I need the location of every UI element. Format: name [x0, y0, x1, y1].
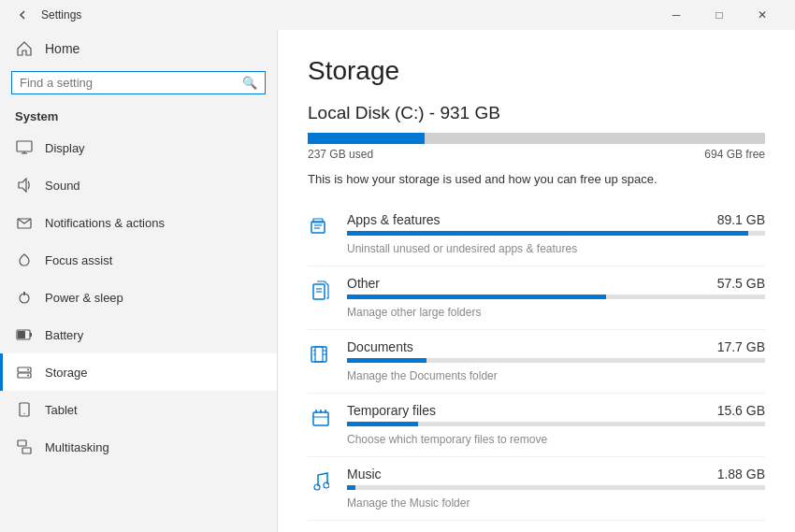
svg-marker-3 [19, 179, 26, 192]
music-content: Music 1.88 GB Manage the Music folder [347, 467, 765, 510]
sidebar-item-power[interactable]: Power & sleep [0, 279, 277, 316]
temp-bar [347, 422, 765, 426]
temp-header: Temporary files 15.6 GB [347, 403, 765, 418]
apps-header: Apps & features 89.1 GB [347, 212, 765, 227]
storage-bar-used [308, 133, 425, 144]
sidebar-item-battery[interactable]: Battery [0, 316, 277, 353]
music-bar [347, 485, 765, 490]
search-input[interactable] [20, 76, 237, 90]
apps-bar-fill [347, 231, 748, 236]
page-title: Storage [308, 56, 765, 86]
titlebar-title: Settings [41, 8, 655, 22]
sidebar-item-notifications[interactable]: Notifications & actions [0, 204, 277, 241]
storage-description: This is how your storage is used and how… [308, 172, 765, 186]
other-bar [347, 295, 765, 299]
svg-point-12 [27, 369, 29, 371]
documents-bar-fill [347, 358, 426, 363]
svg-rect-16 [18, 440, 26, 446]
show-more-link[interactable]: Show more categories [308, 521, 428, 532]
music-icon [308, 468, 334, 495]
minimize-button[interactable]: ─ [655, 0, 698, 30]
disk-title: Local Disk (C:) - 931 GB [308, 103, 765, 123]
music-desc: Manage the Music folder [347, 496, 470, 510]
sidebar: Home 🔍 System Display Sound Notific [0, 30, 277, 532]
sidebar-section-header: System [0, 102, 277, 129]
temp-desc: Choose which temporary files to remove [347, 433, 547, 446]
tablet-label: Tablet [45, 403, 78, 417]
music-bar-fill [347, 485, 355, 490]
documents-content: Documents 17.7 GB Manage the Documents f… [347, 339, 765, 383]
display-label: Display [45, 141, 85, 155]
music-name: Music [347, 467, 382, 482]
search-box[interactable]: 🔍 [11, 71, 266, 94]
storage-icon [15, 363, 34, 381]
documents-desc: Manage the Documents folder [347, 369, 498, 382]
temp-icon [308, 405, 334, 431]
storage-item-temp[interactable]: Temporary files 15.6 GB Choose which tem… [308, 394, 765, 457]
sound-label: Sound [45, 179, 80, 193]
apps-size: 89.1 GB [717, 212, 765, 227]
home-icon [15, 39, 34, 58]
storage-bar-labels: 237 GB used 694 GB free [308, 148, 765, 161]
apps-name: Apps & features [347, 212, 441, 227]
svg-rect-0 [17, 141, 32, 151]
home-label: Home [45, 41, 80, 56]
other-content: Other 57.5 GB Manage other large folders [347, 276, 765, 320]
svg-rect-18 [311, 222, 325, 233]
sidebar-item-sound[interactable]: Sound [0, 166, 277, 204]
tablet-icon [15, 400, 34, 419]
documents-header: Documents 17.7 GB [347, 339, 765, 354]
storage-bar [308, 133, 765, 144]
back-button[interactable] [11, 4, 34, 26]
documents-icon [308, 341, 334, 367]
other-bar-fill [347, 295, 606, 299]
multitasking-icon [15, 438, 34, 456]
storage-label: Storage [45, 366, 88, 380]
battery-label: Battery [45, 328, 83, 342]
app-body: Home 🔍 System Display Sound Notific [0, 30, 795, 532]
temp-content: Temporary files 15.6 GB Choose which tem… [347, 403, 765, 447]
search-icon: 🔍 [242, 76, 257, 90]
svg-rect-31 [313, 412, 328, 425]
battery-icon [15, 325, 34, 344]
close-button[interactable]: ✕ [741, 0, 784, 30]
sidebar-item-focus[interactable]: Focus assist [0, 241, 277, 279]
apps-bar [347, 231, 765, 236]
storage-item-documents[interactable]: Documents 17.7 GB Manage the Documents f… [308, 330, 765, 394]
notifications-icon [15, 213, 34, 232]
content-area: Storage Local Disk (C:) - 931 GB 237 GB … [277, 30, 795, 532]
other-size: 57.5 GB [717, 276, 765, 291]
storage-item-other[interactable]: Other 57.5 GB Manage other large folders [308, 266, 765, 330]
maximize-button[interactable]: □ [698, 0, 741, 30]
temp-size: 15.6 GB [717, 403, 765, 418]
svg-point-13 [27, 375, 29, 377]
focus-label: Focus assist [45, 253, 112, 267]
other-name: Other [347, 276, 380, 291]
focus-icon [15, 251, 34, 269]
free-label: 694 GB free [704, 148, 765, 161]
sidebar-item-display[interactable]: Display [0, 129, 277, 166]
svg-rect-26 [315, 347, 323, 362]
svg-point-37 [324, 482, 329, 488]
sound-icon [15, 176, 34, 194]
apps-content: Apps & features 89.1 GB Uninstall unused… [347, 212, 765, 256]
display-icon [15, 138, 34, 157]
power-icon [15, 288, 34, 307]
storage-item-music[interactable]: Music 1.88 GB Manage the Music folder [308, 457, 765, 521]
notifications-label: Notifications & actions [45, 216, 165, 230]
power-label: Power & sleep [45, 291, 123, 305]
documents-name: Documents [347, 339, 413, 354]
temp-name: Temporary files [347, 403, 436, 418]
sidebar-item-multitasking[interactable]: Multitasking [0, 428, 277, 466]
svg-rect-8 [30, 333, 32, 337]
other-desc: Manage other large folders [347, 306, 481, 319]
apps-desc: Uninstall unused or undesired apps & fea… [347, 242, 577, 255]
sidebar-item-home[interactable]: Home [0, 30, 277, 67]
sidebar-item-storage[interactable]: Storage [0, 353, 277, 391]
storage-item-apps[interactable]: Apps & features 89.1 GB Uninstall unused… [308, 203, 765, 266]
documents-bar [347, 358, 765, 363]
svg-point-36 [314, 484, 320, 490]
music-header: Music 1.88 GB [347, 467, 765, 482]
sidebar-item-tablet[interactable]: Tablet [0, 391, 277, 428]
documents-size: 17.7 GB [717, 339, 765, 354]
